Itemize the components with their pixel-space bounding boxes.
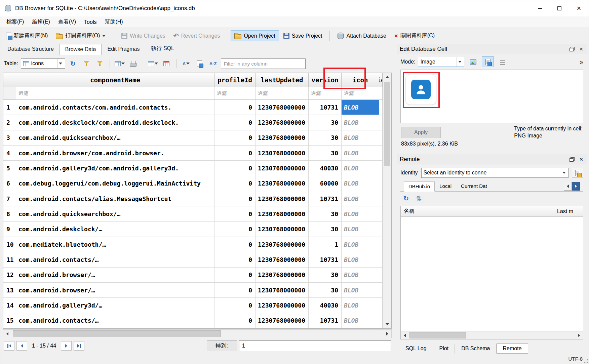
cell-clipped[interactable] (379, 222, 383, 237)
dock-tab-sql-log[interactable]: SQL Log (399, 343, 433, 354)
float-panel-button[interactable] (568, 45, 576, 53)
filter-profileId[interactable]: 過濾 (214, 87, 256, 100)
cell-version[interactable]: 40030 (309, 298, 342, 313)
cell-profileId[interactable]: 0 (214, 252, 256, 267)
resize-grip-icon[interactable] (584, 359, 588, 363)
cell-icon[interactable]: BLOB (342, 252, 379, 267)
remote-tab-dbhub[interactable]: DBHub.io (404, 181, 435, 192)
cell-profileId[interactable]: 0 (214, 115, 256, 130)
detach-view-button[interactable] (194, 58, 205, 69)
cell-lastUpdated[interactable]: 1230768000000 (256, 298, 309, 313)
cell-profileId[interactable]: 0 (214, 161, 256, 176)
cell-icon[interactable]: BLOB (342, 100, 379, 115)
filter-version[interactable]: 過濾 (309, 87, 342, 100)
print-button[interactable] (127, 58, 139, 69)
maximize-button[interactable] (550, 0, 569, 16)
column-header-icon[interactable]: icon (342, 73, 379, 87)
cell-version[interactable]: 30 (309, 130, 342, 146)
goto-record-input[interactable] (239, 340, 391, 351)
cell-componentName[interactable]: com.android.deskclock/com.android.deskcl… (16, 115, 214, 130)
cell-componentName[interactable]: com.android.browser/… (16, 268, 214, 283)
cell-componentName[interactable]: com.android.contacts/… (16, 252, 214, 267)
cell-componentName[interactable]: com.mediatek.bluetooth/… (16, 237, 214, 252)
close-panel-button[interactable]: × (577, 45, 585, 53)
cell-componentName[interactable]: com.android.gallery3d/com.android.galler… (16, 161, 214, 176)
save-project-button[interactable]: Save Project (280, 31, 326, 41)
cell-profileId[interactable]: 0 (214, 283, 256, 298)
tab-scroll-left-button[interactable] (564, 182, 572, 191)
import-image-button[interactable] (467, 56, 479, 67)
word-wrap-button[interactable] (497, 56, 509, 67)
refresh-button[interactable]: ↻ (67, 58, 79, 69)
cell-icon[interactable]: BLOB (342, 237, 379, 252)
cell-lastUpdated[interactable]: 1230768000000 (256, 146, 309, 161)
open-database-dropdown-icon[interactable] (101, 35, 107, 37)
cell-profileId[interactable]: 0 (214, 237, 256, 252)
cell-componentName[interactable]: com.android.contacts/… (16, 313, 214, 328)
dock-tab-db-schema[interactable]: DB Schema (455, 343, 496, 354)
cell-lastUpdated[interactable]: 1230768000000 (256, 206, 309, 221)
remote-column-last-modified[interactable]: Last m (554, 206, 583, 216)
row-number[interactable]: 1 (3, 100, 16, 115)
cell-lastUpdated[interactable]: 1230768000000 (256, 313, 309, 328)
remote-column-name[interactable]: 名稱 (401, 206, 554, 216)
cell-clipped[interactable] (379, 146, 383, 161)
row-number[interactable]: 5 (3, 161, 16, 176)
column-header-clipped[interactable]: ic (379, 73, 383, 87)
remote-scrollbar-thumb[interactable] (409, 332, 466, 338)
cell-clipped[interactable] (379, 161, 383, 176)
row-number[interactable]: 7 (3, 191, 16, 206)
cell-icon[interactable]: BLOB (342, 206, 379, 221)
filter-icon[interactable]: 過濾 (342, 87, 379, 100)
vertical-scrollbar[interactable] (383, 73, 391, 328)
filter-clipped[interactable]: 過濾 (379, 87, 383, 100)
close-panel-button[interactable]: × (577, 155, 585, 163)
row-number[interactable]: 8 (3, 206, 16, 221)
row-number[interactable]: 9 (3, 222, 16, 237)
cell-clipped[interactable] (379, 252, 383, 267)
apply-button[interactable]: Apply (401, 127, 441, 138)
column-header-componentName[interactable]: componentName (16, 73, 214, 87)
tab-database-structure[interactable]: Database Structure (2, 44, 60, 55)
scroll-right-icon[interactable] (383, 330, 391, 338)
cell-clipped[interactable] (379, 283, 383, 298)
filter-componentName[interactable]: 過濾 (16, 87, 214, 100)
row-number[interactable]: 14 (3, 298, 16, 313)
cell-clipped[interactable] (379, 268, 383, 283)
cell-clipped[interactable] (379, 237, 383, 252)
cell-version[interactable]: 10731 (309, 252, 342, 267)
remote-tab-local[interactable]: Local (435, 181, 456, 191)
cell-profileId[interactable]: 0 (214, 268, 256, 283)
column-header-profileId[interactable]: profileId (214, 73, 256, 87)
row-number[interactable]: 13 (3, 283, 16, 298)
cell-lastUpdated[interactable]: 1230768000000 (256, 252, 309, 267)
table-select[interactable]: icons (21, 58, 65, 69)
cell-version[interactable]: 30 (309, 222, 342, 237)
tab-edit-pragmas[interactable]: Edit Pragmas (102, 44, 145, 55)
attach-database-button[interactable]: Attach Database (333, 30, 390, 42)
first-record-button[interactable] (4, 341, 14, 351)
cell-componentName[interactable]: com.android.gallery3d/… (16, 298, 214, 313)
sort-az-button[interactable]: A-Z (207, 58, 219, 69)
cell-version[interactable]: 1 (309, 237, 342, 252)
cell-icon[interactable]: BLOB (342, 191, 379, 206)
vertical-scrollbar-thumb[interactable] (384, 82, 390, 166)
clear-filters-button[interactable] (81, 58, 92, 69)
cell-version[interactable]: 30 (309, 268, 342, 283)
tab-browse-data[interactable]: Browse Data (60, 44, 102, 55)
horizontal-scrollbar-thumb[interactable] (13, 330, 221, 337)
scroll-left-icon[interactable] (401, 331, 409, 339)
cell-lastUpdated[interactable]: 1230768000000 (256, 222, 309, 237)
row-number[interactable]: 15 (3, 313, 16, 328)
cell-version[interactable]: 30 (309, 146, 342, 161)
manage-identities-button[interactable] (572, 168, 583, 178)
row-number[interactable]: 4 (3, 146, 16, 161)
close-button[interactable]: × (569, 0, 589, 16)
new-database-button[interactable]: 新建資料庫(N) (2, 30, 51, 42)
previous-record-button[interactable] (16, 341, 27, 351)
scroll-down-icon[interactable] (383, 320, 391, 328)
tab-scroll-right-button[interactable] (572, 182, 580, 191)
menu-tools[interactable]: Tools (80, 18, 101, 27)
remote-tab-current-database[interactable]: Current Dat (456, 181, 491, 191)
remote-refresh-button[interactable]: ↻ (401, 194, 411, 203)
